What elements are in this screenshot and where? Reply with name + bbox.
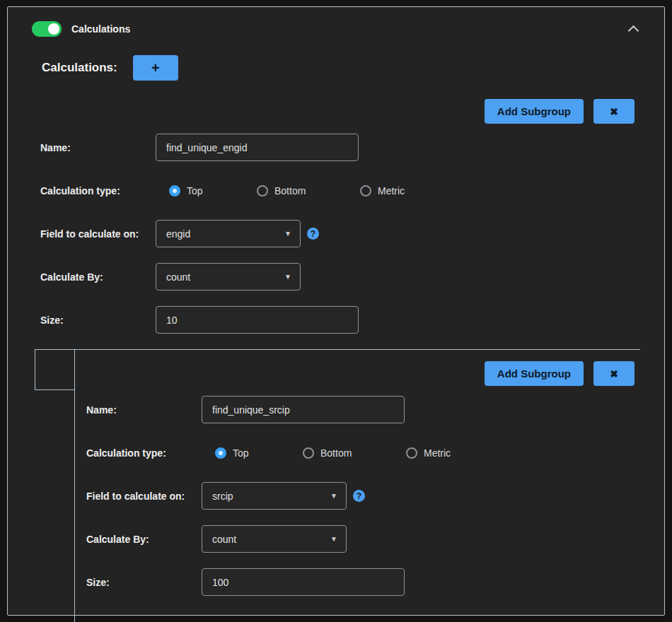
radio-label: Top	[187, 185, 203, 196]
field-select-value: srcip	[212, 491, 233, 502]
name-row: Name:	[40, 134, 640, 161]
calc-by-row: Calculate By: count ▼	[40, 263, 640, 291]
calculation-group: Add Subgroup ✖ Name: Calculation type: T…	[32, 99, 640, 334]
radio-option-bottom[interactable]: Bottom	[257, 185, 360, 196]
field-label: Field to calculate on:	[40, 228, 156, 240]
radio-unselected-icon	[257, 185, 268, 196]
radio-option-metric[interactable]: Metric	[406, 447, 451, 459]
radio-label: Bottom	[274, 185, 306, 196]
size-row: Size:	[86, 568, 640, 596]
panel-header: Calculations	[32, 21, 640, 37]
name-row: Name:	[86, 396, 640, 423]
radio-option-top[interactable]: Top	[215, 447, 303, 459]
calculations-panel: Calculations Calculations: + Add Subgrou…	[7, 6, 665, 616]
subgroup-connector	[35, 350, 74, 390]
remove-group-button[interactable]: ✖	[593, 361, 635, 386]
dropdown-arrow-icon: ▼	[330, 535, 337, 543]
size-label: Size:	[86, 577, 202, 588]
dropdown-arrow-icon: ▼	[284, 273, 291, 281]
size-row: Size:	[40, 306, 640, 334]
name-label: Name:	[40, 142, 156, 153]
radio-option-bottom[interactable]: Bottom	[303, 447, 406, 459]
dropdown-arrow-icon: ▼	[284, 230, 291, 237]
radio-selected-icon	[215, 447, 226, 459]
name-input[interactable]	[202, 396, 405, 423]
toggle-label: Calculations	[71, 23, 130, 35]
field-row: Field to calculate on: engid ▼ ?	[40, 220, 640, 247]
name-label: Name:	[86, 404, 202, 416]
radio-unselected-icon	[303, 447, 314, 459]
radio-label: Bottom	[320, 447, 352, 459]
radio-label: Metric	[378, 185, 405, 196]
radio-label: Metric	[424, 447, 451, 459]
add-subgroup-button[interactable]: Add Subgroup	[485, 361, 584, 386]
field-label: Field to calculate on:	[86, 491, 202, 502]
radio-option-metric[interactable]: Metric	[360, 185, 405, 196]
toggle-knob-icon	[48, 23, 59, 35]
group-actions: Add Subgroup ✖	[32, 99, 635, 124]
calc-type-label: Calculation type:	[86, 447, 202, 459]
calc-by-select-value: count	[212, 534, 236, 545]
radio-label: Top	[233, 447, 249, 459]
field-select-value: engid	[166, 228, 190, 240]
dropdown-arrow-icon: ▼	[330, 492, 337, 500]
size-label: Size:	[40, 315, 156, 326]
size-input[interactable]	[202, 568, 405, 596]
calculations-title-row: Calculations: +	[42, 55, 640, 81]
calc-by-select[interactable]: count ▼	[202, 525, 347, 553]
radio-selected-icon	[169, 185, 180, 196]
remove-group-button[interactable]: ✖	[593, 99, 635, 124]
group-actions: Add Subgroup ✖	[86, 361, 635, 386]
radio-unselected-icon	[360, 185, 371, 196]
help-icon[interactable]: ?	[307, 228, 319, 240]
add-subgroup-button[interactable]: Add Subgroup	[485, 99, 584, 124]
section-title: Calculations:	[42, 61, 117, 75]
field-select[interactable]: engid ▼	[156, 220, 301, 247]
collapse-chevron-icon[interactable]	[628, 25, 639, 37]
calculation-subgroup: Add Subgroup ✖ Name: Calculation type: T…	[74, 350, 640, 622]
calc-by-label: Calculate By:	[86, 534, 202, 545]
name-input[interactable]	[156, 134, 359, 161]
calc-by-label: Calculate By:	[40, 271, 156, 283]
calc-by-row: Calculate By: count ▼	[86, 525, 640, 553]
radio-option-top[interactable]: Top	[169, 185, 257, 196]
calc-type-row: Calculation type: Top Bottom Metric	[86, 439, 640, 466]
radio-unselected-icon	[406, 447, 417, 459]
calc-by-select[interactable]: count ▼	[156, 263, 301, 291]
help-icon[interactable]: ?	[353, 490, 365, 502]
calculations-toggle[interactable]	[32, 21, 62, 37]
calc-by-select-value: count	[166, 271, 190, 283]
size-input[interactable]	[156, 306, 359, 334]
add-calculation-button[interactable]: +	[133, 55, 178, 81]
calc-type-row: Calculation type: Top Bottom Metric	[40, 177, 640, 204]
field-row: Field to calculate on: srcip ▼ ?	[86, 482, 640, 510]
calc-type-radio-group: Top Bottom Metric	[156, 177, 405, 204]
field-select[interactable]: srcip ▼	[202, 482, 347, 510]
calc-type-radio-group: Top Bottom Metric	[202, 439, 451, 466]
calc-type-label: Calculation type:	[40, 185, 156, 196]
subgroup-wrapper: Add Subgroup ✖ Name: Calculation type: T…	[35, 349, 640, 622]
